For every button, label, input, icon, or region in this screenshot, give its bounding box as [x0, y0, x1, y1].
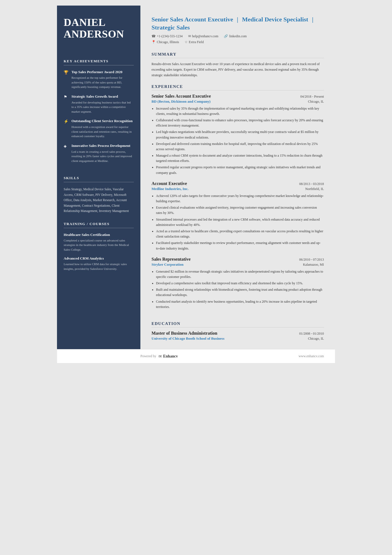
contact-phone: ☎ +1-(234)-555-1234 — [152, 34, 183, 38]
job-title-2: Account Executive — [152, 181, 187, 186]
divider-2: | — [312, 16, 313, 23]
company-2: Medline Industries, Inc. — [152, 187, 188, 191]
edu-header-1: Master of Business Administration 01/200… — [152, 331, 324, 336]
training-item-1: Healthcare Sales Certification Completed… — [64, 233, 134, 252]
training-desc-1: Completed a specialized course on advanc… — [64, 238, 134, 252]
bullet: Developed a comprehensive sales toolkit … — [156, 281, 324, 286]
edu-school-row-1: University of Chicago Booth School of Bu… — [152, 336, 324, 341]
training-title-1: Healthcare Sales Certification — [64, 233, 134, 237]
exp-bullets-1: Increased sales by 35% through the imple… — [152, 106, 324, 177]
bullet: Collaborated with cross-functional teams… — [156, 118, 324, 128]
contact-location: 📍 Chicago, Illinois — [152, 40, 179, 44]
contact-linkedin: 🔗 linkedin.com — [224, 34, 247, 38]
achievement-item: ⚑ Strategic Sales Growth Award Awarded f… — [64, 94, 134, 114]
bullet: Acted as a trusted advisor to healthcare… — [156, 229, 324, 239]
edu-date-1: 01/2008 - 01/2010 — [299, 332, 324, 336]
edu-location-1: Chicago, IL — [308, 337, 324, 341]
title-part-3: Strategic Sales — [152, 24, 190, 31]
achievement-title-2: Strategic Sales Growth Award — [71, 94, 134, 99]
exp-header-3: Sales Representative 06/2010 - 07/2013 — [152, 257, 324, 262]
achievement-item: ◈ Innovative Sales Process Development L… — [64, 144, 134, 163]
location-icon: 📍 — [152, 40, 156, 44]
location-3: Kalamazoo, MI — [303, 263, 324, 267]
achievements-section-title: KEY ACHIEVEMENTS — [64, 59, 134, 65]
bullet: Developed and delivered custom training … — [156, 141, 324, 152]
achievement-desc-2: Awarded for developing business tactics … — [71, 100, 134, 114]
email-icon: ✉ — [188, 34, 191, 38]
contact-row-2: 📍 Chicago, Illinois ☆ Extra Field — [152, 40, 324, 44]
education-section-title: EDUCATION — [152, 321, 324, 327]
email-address: help@enhancv.com — [192, 34, 219, 38]
summary-text: Results-driven Sales Account Executive w… — [152, 61, 324, 78]
company-1: BD (Becton, Dickinson and Company) — [152, 99, 210, 104]
achievement-title-1: Top Sales Performer Award 2020 — [71, 70, 134, 75]
bullet: Led high-stakes negotiations with health… — [156, 129, 324, 140]
training-section-title: TRAINING / COURSES — [64, 222, 134, 228]
edu-degree-1: Master of Business Administration — [152, 331, 217, 336]
phone-icon: ☎ — [152, 34, 156, 38]
title-part-1: Senior Sales Account Executive — [152, 16, 233, 23]
title-part-2: Medical Device Specialist — [242, 16, 308, 23]
achievement-item: 🏆 Top Sales Performer Award 2020 Recogni… — [64, 70, 134, 89]
contact-email: ✉ help@enhancv.com — [188, 34, 219, 38]
location-text: Chicago, Illinois — [157, 40, 179, 44]
job-date-2: 08/2013 - 03/2018 — [299, 182, 324, 186]
footer-website: www.enhancv.com — [299, 354, 324, 358]
training-desc-2: Learned how to utilize CRM data for stra… — [64, 262, 134, 271]
skills-section-title: SKILLS — [64, 176, 134, 182]
bullet: Generated $2 million in revenue through … — [156, 269, 324, 280]
phone-number: +1-(234)-555-1234 — [157, 34, 183, 38]
bullet: Conducted market analysis to identify ne… — [156, 299, 324, 310]
bullet: Built and maintained strong relationship… — [156, 287, 324, 298]
training-item-2: Advanced CRM Analytics Learned how to ut… — [64, 256, 134, 271]
summary-section-title: SUMMARY — [152, 52, 324, 58]
first-name: DANIEL — [64, 16, 106, 28]
brand-name: Enhancv — [163, 354, 178, 359]
resume-container: DANIEL ANDERSON KEY ACHIEVEMENTS 🏆 Top S… — [57, 6, 335, 349]
location-1: Chicago, IL — [308, 100, 324, 104]
contact-extra: ☆ Extra Field — [185, 40, 204, 44]
star-icon: ☆ — [185, 40, 188, 44]
sidebar: DANIEL ANDERSON KEY ACHIEVEMENTS 🏆 Top S… — [57, 6, 140, 349]
exp-bullets-2: Achieved 120% of sales targets for three… — [152, 193, 324, 252]
exp-header-1: Senior Sales Account Executive 04/2018 -… — [152, 94, 324, 99]
bullet: Facilitated quarterly stakeholder meetin… — [156, 240, 324, 251]
job-date-1: 04/2018 - Present — [300, 95, 324, 99]
footer: Powered by ∞ Enhancv www.enhancv.com — [57, 349, 335, 363]
company-3: Stryker Corporation — [152, 262, 183, 267]
achievement-icon-bolt: ⚡ — [64, 119, 69, 138]
achievement-title-4: Innovative Sales Process Development — [71, 144, 134, 148]
achievement-icon-diamond: ◈ — [64, 144, 69, 163]
skills-list: Sales Strategy, Medical Device Sales, Va… — [64, 187, 134, 214]
main-header: Senior Sales Account Executive | Medical… — [152, 16, 324, 46]
achievement-item: ⚡ Outstanding Client Service Recognition… — [64, 119, 134, 138]
achievement-desc-4: Led a team in creating a novel sales pro… — [71, 149, 134, 163]
enhancv-logo: ∞ Enhancv — [158, 353, 178, 359]
exp-company-row-1: BD (Becton, Dickinson and Company) Chica… — [152, 99, 324, 104]
candidate-name: DANIEL ANDERSON — [64, 17, 134, 40]
job-title-3: Sales Representative — [152, 257, 191, 262]
achievement-icon-trophy: 🏆 — [64, 70, 69, 89]
achievement-title-3: Outstanding Client Service Recognition — [71, 119, 134, 124]
bullet: Presented regular account progress repor… — [156, 165, 324, 175]
experience-section-title: EXPERIENCE — [152, 84, 324, 90]
achievement-desc-3: Honored with a recognition award for sup… — [71, 125, 134, 139]
bullet: Managed a robust CRM system to document … — [156, 153, 324, 164]
job-date-3: 06/2010 - 07/2013 — [299, 258, 324, 262]
exp-company-row-3: Stryker Corporation Kalamazoo, MI — [152, 262, 324, 267]
job-title-1: Senior Sales Account Executive — [152, 94, 211, 99]
powered-by-label: Powered by — [140, 354, 156, 358]
job-title-header: Senior Sales Account Executive | Medical… — [152, 16, 324, 31]
bullet: Increased sales by 35% through the imple… — [156, 106, 324, 117]
divider-1: | — [237, 16, 240, 23]
achievement-desc-1: Recognized as the top sales performer fo… — [71, 75, 134, 89]
exp-bullets-3: Generated $2 million in revenue through … — [152, 269, 324, 311]
linkedin-icon: 🔗 — [224, 34, 228, 38]
footer-left: Powered by ∞ Enhancv — [140, 353, 178, 359]
main-content: Senior Sales Account Executive | Medical… — [140, 6, 335, 349]
edu-school-1: University of Chicago Booth School of Bu… — [152, 336, 224, 341]
location-2: Northfield, IL — [305, 187, 324, 191]
bullet: Achieved 120% of sales targets for three… — [156, 193, 324, 204]
last-name: ANDERSON — [64, 28, 124, 40]
training-title-2: Advanced CRM Analytics — [64, 256, 134, 261]
